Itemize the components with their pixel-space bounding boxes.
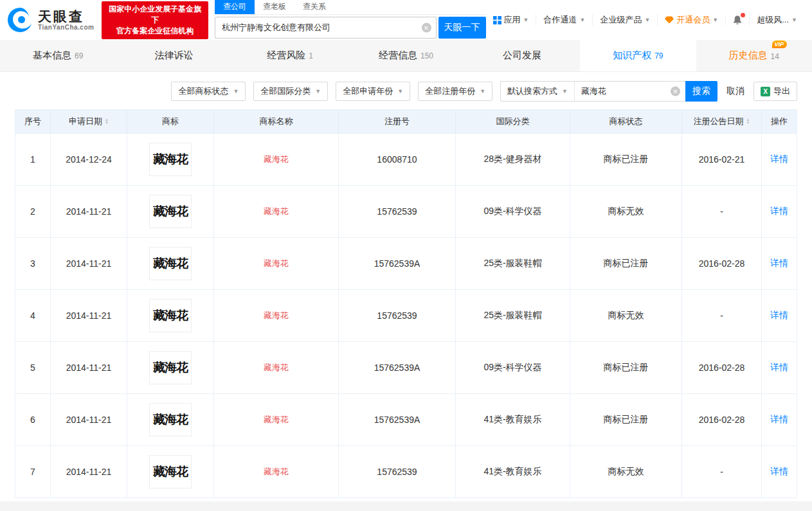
trademark-name[interactable]: 藏海花 <box>264 310 289 321</box>
table-row: 1 2014-12-24 藏海花 藏海花 16008710 28类-健身器材 商… <box>15 133 797 185</box>
tianyancha-logo[interactable]: 天眼查 TianYanCha.com <box>6 6 94 33</box>
tab-label: 经营风险 <box>267 49 305 62</box>
keyword-input[interactable] <box>575 82 685 101</box>
tab-count: 79 <box>654 51 663 60</box>
intl-class: 41类-教育娱乐 <box>456 394 570 445</box>
tab-search-boss[interactable]: 查老板 <box>255 0 294 14</box>
tab-label: 基本信息 <box>33 49 71 62</box>
apply-date: 2014-12-24 <box>51 134 127 185</box>
sort-icon[interactable]: ▲▼ <box>746 118 750 125</box>
trademark-image-cell: 藏海花 <box>127 134 214 185</box>
clear-keyword-icon[interactable]: ✕ <box>671 87 680 96</box>
clear-search-icon[interactable]: ✕ <box>422 23 431 33</box>
tab-intellectual-property[interactable]: 知识产权 79 <box>580 40 696 71</box>
company-section-tabs: 基本信息 69 法律诉讼 经营风险 1 经营信息 150 公司发展 知识产权 7… <box>0 40 812 72</box>
menu-risk-label: 超级风... <box>757 14 789 26</box>
trademark-image[interactable]: 藏海花 <box>149 299 192 332</box>
table-row: 7 2014-11-21 藏海花 藏海花 15762539 41类-教育娱乐 商… <box>15 445 797 498</box>
detail-link[interactable]: 详情 <box>770 154 788 165</box>
filter-apply-year[interactable]: 全部申请年份 ▼ <box>336 82 410 101</box>
tab-search-company[interactable]: 查公司 <box>215 0 255 14</box>
detail-link[interactable]: 详情 <box>770 466 788 478</box>
trademark-image[interactable]: 藏海花 <box>149 143 192 176</box>
trademark-name[interactable]: 藏海花 <box>264 362 289 373</box>
vip-badge: VIP <box>772 40 788 48</box>
intl-class: 09类-科学仪器 <box>456 342 570 393</box>
page-footer-strip <box>0 501 812 511</box>
chevron-down-icon: ▼ <box>480 88 485 94</box>
trademark-name[interactable]: 藏海花 <box>264 466 289 478</box>
detail-link[interactable]: 详情 <box>770 206 788 217</box>
menu-open-vip[interactable]: 开通会员 ▼ <box>657 14 725 26</box>
cancel-button[interactable]: 取消 <box>726 85 744 97</box>
trademark-image[interactable]: 藏海花 <box>149 403 192 436</box>
filter-intl-class[interactable]: 全部国际分类 ▼ <box>253 82 328 101</box>
detail-link[interactable]: 详情 <box>770 310 788 321</box>
filter-label: 全部商标状态 <box>178 85 228 97</box>
intl-class: 28类-健身器材 <box>456 134 570 185</box>
tab-company-development[interactable]: 公司发展 <box>464 40 580 71</box>
trademark-image[interactable]: 藏海花 <box>149 247 192 280</box>
search-type-tabs: 查公司 查老板 查关系 <box>215 1 486 15</box>
tab-operating-risk[interactable]: 经营风险 1 <box>232 40 348 71</box>
chevron-down-icon: ▼ <box>562 88 568 94</box>
tianyan-search-button[interactable]: 天眼一下 <box>438 17 486 39</box>
chevron-down-icon: ▼ <box>791 17 797 23</box>
trademark-name[interactable]: 藏海花 <box>264 206 289 217</box>
trademark-image[interactable]: 藏海花 <box>149 351 192 384</box>
trademark-image[interactable]: 藏海花 <box>149 455 192 489</box>
trademark-status: 商标已注册 <box>570 238 682 289</box>
tab-operating-info[interactable]: 经营信息 150 <box>348 40 464 71</box>
chevron-down-icon: ▼ <box>315 88 321 94</box>
menu-enterprise-products[interactable]: 企业级产品 ▼ <box>592 14 657 26</box>
apply-date: 2014-11-21 <box>51 186 127 237</box>
notification-bell[interactable] <box>725 15 749 26</box>
header-search-area: 查公司 查老板 查关系 ✕ 天眼一下 <box>215 1 486 39</box>
trademark-image[interactable]: 藏海花 <box>149 195 192 228</box>
menu-cooperation-label: 合作通道 <box>543 14 577 26</box>
header-search-row: ✕ 天眼一下 <box>215 17 486 39</box>
table-row: 6 2014-11-21 藏海花 藏海花 15762539A 41类-教育娱乐 … <box>15 393 797 445</box>
publication-date: - <box>682 446 762 498</box>
detail-link[interactable]: 详情 <box>770 258 788 269</box>
trademark-name[interactable]: 藏海花 <box>264 258 289 269</box>
export-button[interactable]: X 导出 <box>753 82 797 101</box>
certification-line2: 官方备案企业征信机构 <box>107 26 202 37</box>
registration-number: 15762539 <box>339 186 456 237</box>
tianyancha-logo-icon <box>6 6 33 33</box>
menu-super-risk[interactable]: 超级风... ▼ <box>749 14 804 26</box>
menu-cooperation[interactable]: 合作通道 ▼ <box>536 14 592 26</box>
company-search-input[interactable] <box>215 17 437 39</box>
filter-label: 全部申请年份 <box>343 85 393 97</box>
tab-search-relation[interactable]: 查关系 <box>294 0 334 14</box>
app-grid-icon <box>493 16 501 24</box>
tab-history-info[interactable]: 历史信息 VIP 14 <box>696 40 812 71</box>
table-row: 4 2014-11-21 藏海花 藏海花 15762539 25类-服装鞋帽 商… <box>15 289 797 341</box>
filter-register-year[interactable]: 全部注册年份 ▼ <box>418 82 492 101</box>
trademark-name[interactable]: 藏海花 <box>264 154 289 165</box>
detail-link[interactable]: 详情 <box>770 362 788 373</box>
filter-trademark-status[interactable]: 全部商标状态 ▼ <box>171 82 246 101</box>
col-publication-date: 注册公告日期 ▲▼ <box>682 110 762 133</box>
tab-basic-info[interactable]: 基本信息 69 <box>0 40 116 71</box>
menu-apps[interactable]: 应用 ▼ <box>486 14 536 26</box>
table-body: 1 2014-12-24 藏海花 藏海花 16008710 28类-健身器材 商… <box>15 133 797 498</box>
publication-date: - <box>682 290 762 341</box>
tab-count: 150 <box>420 51 433 60</box>
tab-legal-proceedings[interactable]: 法律诉讼 <box>116 40 231 71</box>
excel-icon: X <box>761 87 770 96</box>
search-mode-select[interactable]: 默认搜索方式 ▼ <box>501 82 575 101</box>
col-index: 序号 <box>15 110 51 133</box>
menu-apps-label: 应用 <box>504 14 521 26</box>
trademark-status: 商标无效 <box>570 446 682 498</box>
col-trademark: 商标 <box>127 110 214 133</box>
certification-line1: 国家中小企业发展子基金旗下 <box>107 4 202 26</box>
publication-date: 2016-02-28 <box>682 238 762 289</box>
sort-icon[interactable]: ▲▼ <box>105 118 109 125</box>
search-button[interactable]: 搜索 <box>685 81 717 102</box>
trademark-name[interactable]: 藏海花 <box>264 414 289 426</box>
row-index: 3 <box>15 238 51 289</box>
apply-date: 2014-11-21 <box>51 394 127 445</box>
detail-link[interactable]: 详情 <box>770 414 788 426</box>
row-index: 7 <box>15 446 51 498</box>
